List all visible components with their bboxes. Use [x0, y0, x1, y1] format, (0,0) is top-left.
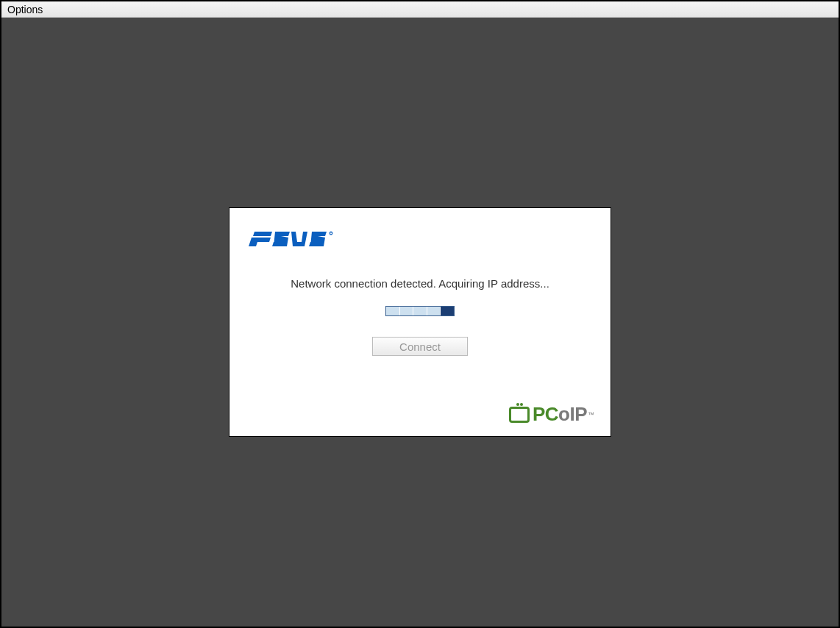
- progress-segment: [400, 307, 414, 315]
- connection-panel: R Network connection detected. Acquiring…: [229, 207, 611, 437]
- pcoip-tv-icon: [509, 407, 530, 423]
- svg-marker-3: [291, 232, 307, 246]
- progress-segment: [413, 307, 427, 315]
- content-area: R Network connection detected. Acquiring…: [1, 18, 839, 627]
- svg-marker-4: [309, 232, 327, 246]
- svg-marker-0: [249, 238, 271, 246]
- app-window: Options R Network connection detected. A…: [0, 0, 840, 628]
- progress-segment-active: [441, 307, 454, 315]
- status-message: Network connection detected. Acquiring I…: [249, 277, 591, 290]
- progress-bar: [385, 306, 455, 316]
- trademark-symbol: ™: [588, 411, 594, 418]
- pcoip-text: PCoIP: [533, 403, 587, 426]
- connect-button[interactable]: Connect: [372, 337, 468, 356]
- progress-segment: [427, 307, 441, 315]
- svg-text:R: R: [330, 232, 332, 236]
- options-menu[interactable]: Options: [4, 4, 46, 15]
- asus-logo: R: [249, 227, 591, 252]
- progress-segment: [386, 307, 400, 315]
- menubar: Options: [1, 1, 839, 18]
- pcoip-logo: PCoIP™: [509, 403, 594, 426]
- svg-marker-1: [253, 232, 272, 236]
- svg-marker-2: [272, 232, 290, 246]
